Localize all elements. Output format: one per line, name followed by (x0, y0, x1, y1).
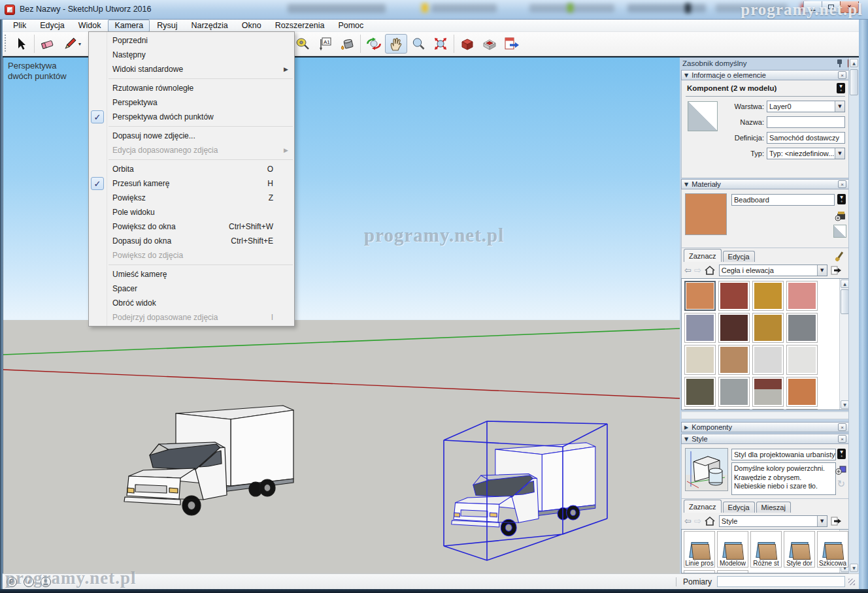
menu-item[interactable]: Następny (89, 48, 294, 62)
truck-model[interactable] (118, 392, 314, 549)
tab-edycja[interactable]: Edycja (723, 251, 755, 262)
extension-warehouse-button[interactable] (478, 34, 501, 54)
material-swatch[interactable] (752, 281, 784, 311)
menu-item[interactable]: Pole widoku (89, 205, 294, 219)
line-tool-button[interactable] (59, 34, 81, 54)
material-swatch[interactable] (718, 313, 750, 343)
materials-hscrollbar[interactable] (681, 411, 850, 419)
dropdown-arrow-icon[interactable]: ▼ (817, 265, 827, 276)
3d-warehouse-button[interactable] (456, 34, 478, 54)
scrollbar-thumb[interactable] (850, 69, 858, 95)
create-style-icon[interactable] (834, 464, 847, 475)
material-swatch[interactable] (718, 409, 750, 410)
menu-edycja[interactable]: Edycja (33, 20, 71, 32)
toggle-details-icon[interactable]: ▼＋ (837, 83, 845, 93)
create-material-icon[interactable] (834, 209, 847, 222)
resize-grip[interactable] (848, 579, 855, 585)
forward-arrow-icon[interactable]: ⇨ (694, 266, 701, 274)
scroll-up-icon[interactable]: ▲ (850, 59, 858, 67)
close-button[interactable]: × (840, 1, 859, 13)
forward-arrow-icon[interactable]: ⇨ (694, 517, 701, 525)
details-arrow-icon[interactable] (831, 516, 843, 526)
truck-model-selected[interactable] (439, 418, 615, 562)
back-arrow-icon[interactable]: ⇦ (684, 266, 692, 274)
material-swatch[interactable] (718, 377, 750, 407)
material-name-field[interactable]: Beadboard (731, 194, 835, 206)
toolbar-grip[interactable] (4, 35, 7, 53)
material-swatch[interactable] (786, 281, 818, 311)
text-tool-button[interactable]: A1 (314, 34, 336, 54)
select-tool-button[interactable] (10, 34, 32, 54)
tab-mieszaj[interactable]: Mieszaj (756, 502, 791, 513)
menu-item[interactable]: Rzutowanie równoległe (89, 81, 294, 95)
scroll-down-icon[interactable]: ▼ (850, 564, 858, 572)
menu-item[interactable]: PowiększZ (89, 191, 294, 205)
menu-item[interactable]: Podejrzyj dopasowane zdjęciaI (89, 310, 294, 325)
pan-tool-button[interactable] (385, 34, 407, 54)
tab-zaznacz[interactable]: Zaznacz (684, 500, 722, 513)
material-swatch[interactable] (786, 345, 818, 375)
home-icon[interactable] (704, 516, 716, 526)
geolocation-icon[interactable] (7, 577, 17, 587)
section-header-entity-info[interactable]: ▼ Informacje o elemencie × (681, 70, 850, 80)
menu-item[interactable]: Powiększ do oknaCtrl+Shift+W (89, 219, 294, 234)
style-folder-style-dor[interactable]: Style dor (784, 531, 815, 568)
active-style-preview[interactable] (685, 448, 728, 491)
section-header-styles[interactable]: ▼ Style × (681, 434, 850, 444)
collection-select[interactable]: Cegła i elewacja▼ (719, 264, 827, 276)
menu-okno[interactable]: Okno (235, 20, 268, 32)
menu-item[interactable]: Widoki standardowe▶ (89, 62, 294, 76)
menu-item[interactable]: Powiększ do zdjęcia (89, 248, 294, 263)
tab-edycja[interactable]: Edycja (723, 502, 755, 513)
toggle-panes-icon[interactable]: ▼＋ (837, 449, 846, 459)
menu-item[interactable]: Perspektywa (89, 95, 294, 110)
active-material-preview[interactable] (685, 193, 727, 235)
dropdown-arrow-icon[interactable]: ▼ (835, 101, 844, 112)
menu-item[interactable]: Edycja dopasowanego zdjęcia▶ (89, 143, 294, 157)
material-swatch[interactable] (684, 377, 716, 407)
style-folder-różne-st[interactable]: Różne st (750, 531, 782, 568)
material-swatch[interactable] (684, 281, 716, 311)
menu-item[interactable]: ✓Perspektywa dwóch punktów (89, 110, 294, 124)
tab-zaznacz[interactable]: Zaznacz (684, 249, 722, 262)
material-swatch[interactable] (752, 377, 784, 407)
line-tool-dropdown[interactable]: ▾ (78, 41, 84, 47)
update-style-icon[interactable]: ↻ (837, 478, 845, 490)
menu-item[interactable]: ✓Przesuń kameręH (89, 176, 294, 191)
maximize-button[interactable] (822, 1, 841, 13)
material-swatch[interactable] (684, 313, 716, 343)
home-icon[interactable] (704, 265, 716, 276)
style-collection-select[interactable]: Style▼ (719, 515, 827, 527)
section-header-materials[interactable]: ▼ Materiały × (681, 179, 850, 189)
material-swatch[interactable] (752, 345, 784, 375)
material-swatch[interactable] (684, 345, 716, 375)
material-swatch[interactable] (786, 377, 818, 407)
materials-scrollbar[interactable]: ▲ ▼ (839, 279, 849, 409)
menu-kamera[interactable]: Kamera (108, 20, 150, 32)
menu-item[interactable]: Umieść kamerę (89, 267, 294, 281)
tape-measure-tool-button[interactable] (292, 34, 314, 54)
material-swatch[interactable] (752, 313, 784, 343)
menu-item[interactable]: OrbitaO (89, 162, 294, 176)
menu-rozszerzenia[interactable]: Rozszerzenia (269, 20, 331, 32)
dropdown-arrow-icon[interactable]: ▼ (835, 148, 844, 159)
credits-icon[interactable]: i (24, 577, 34, 587)
menu-item[interactable]: Obróć widok (89, 296, 294, 310)
dropdown-arrow-icon[interactable]: ▼ (817, 516, 827, 526)
section-close-icon[interactable]: × (838, 423, 846, 431)
minimize-button[interactable]: ▁ (803, 1, 822, 13)
material-swatch[interactable] (752, 409, 784, 410)
section-close-icon[interactable]: × (838, 180, 846, 188)
section-close-icon[interactable]: × (838, 71, 846, 79)
eyedropper-icon[interactable] (835, 250, 845, 262)
section-header-components[interactable]: ▶ Komponenty × (681, 422, 850, 432)
paint-bucket-tool-button[interactable] (336, 34, 358, 54)
menu-rysuj[interactable]: Rysuj (150, 20, 184, 32)
material-swatch[interactable] (786, 313, 818, 343)
style-folder-modelow[interactable]: Modelow (717, 531, 748, 568)
menu-widok[interactable]: Widok (72, 20, 108, 32)
titlebar[interactable]: Bez Nazwy - SketchUp Utworz 2016 ▁ × pro… (0, 0, 868, 20)
menu-plik[interactable]: Plik (7, 20, 33, 32)
zoom-tool-button[interactable] (407, 34, 429, 54)
menu-narzędzia[interactable]: Narzędzia (184, 20, 234, 32)
